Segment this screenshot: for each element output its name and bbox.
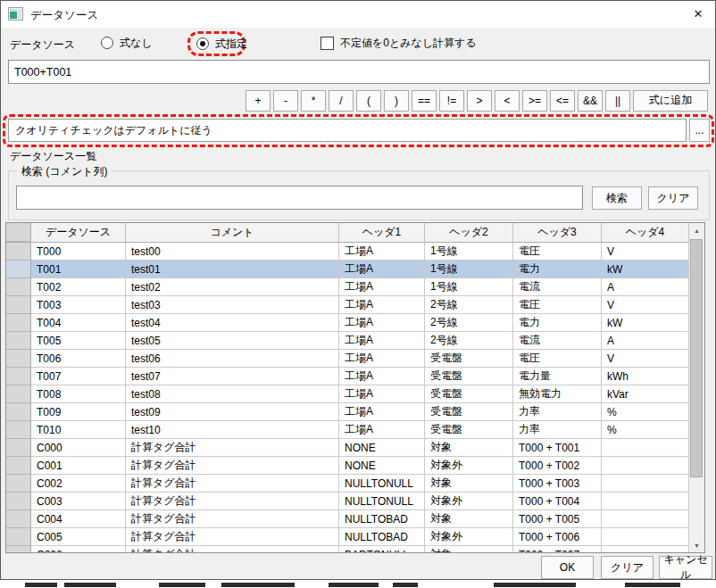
operator-button[interactable]: && — [578, 90, 603, 112]
search-button[interactable]: 検索 — [592, 186, 642, 210]
table-cell: C003 — [31, 493, 126, 510]
vertical-scrollbar[interactable]: ▲ ▼ — [689, 223, 704, 552]
operator-button[interactable]: / — [329, 90, 354, 112]
column-header[interactable]: データソース — [31, 223, 126, 242]
radio-no-formula-label: 式なし — [120, 36, 153, 51]
operator-button[interactable]: ) — [384, 90, 409, 112]
radio-formula-label: 式指定 — [215, 37, 247, 52]
column-header[interactable]: ヘッダ4 — [602, 223, 689, 242]
row-selector-cell[interactable] — [6, 403, 31, 421]
row-selector-cell[interactable] — [6, 296, 31, 314]
table-row[interactable]: T003test03工場A2号線電圧V — [6, 296, 689, 314]
table-row[interactable]: T002test02工場A1号線電流A — [6, 278, 689, 296]
table-row[interactable]: C003計算タグ合計NULLTONULL対象外T000 + T004 — [6, 493, 689, 510]
occluded-text-mark — [329, 583, 379, 587]
data-source-dialog: データソース ✕ データソース 式なし 式指定 不定値を0とみなし計算する +-… — [0, 0, 716, 580]
column-header[interactable]: ヘッダ3 — [513, 223, 602, 242]
table-cell: C001 — [31, 457, 126, 475]
row-selector-cell[interactable] — [6, 493, 31, 510]
table-row[interactable]: C005計算タグ合計NULLTOBAD対象外T000 + T006 — [6, 528, 689, 546]
table-row[interactable]: C000計算タグ合計NONE対象T000 + T001 — [6, 439, 689, 457]
table-cell: NULLTOBAD — [339, 510, 425, 528]
row-selector-cell[interactable] — [6, 243, 31, 261]
row-selector-cell[interactable] — [6, 528, 31, 546]
radio-no-formula[interactable]: 式なし — [101, 35, 153, 51]
operator-button[interactable]: >= — [522, 90, 547, 112]
table-row[interactable]: C001計算タグ合計NONE対象外T000 + T002 — [6, 457, 689, 475]
column-header[interactable]: ヘッダ1 — [339, 223, 425, 242]
table-row[interactable]: C002計算タグ合計NULLTONULL対象T000 + T003 — [6, 475, 689, 493]
row-selector-cell[interactable] — [6, 278, 31, 296]
table-cell: 電圧 — [513, 243, 602, 261]
row-selector-cell[interactable] — [6, 385, 31, 403]
operator-button[interactable]: == — [412, 90, 437, 112]
operator-button[interactable]: <= — [550, 90, 575, 112]
row-selector-cell[interactable] — [6, 421, 31, 439]
table-row[interactable]: T001test01工場A1号線電力kW — [6, 261, 689, 278]
table-row[interactable]: T004test04工場A2号線電力kW — [6, 314, 689, 332]
table-row[interactable]: T000test00工場A1号線電圧V — [6, 243, 689, 261]
scroll-down-icon[interactable]: ▼ — [689, 538, 704, 552]
table-cell: T005 — [31, 332, 126, 350]
table-row[interactable]: C006計算タグ合計BADTONULL対象T000 + T007 — [6, 546, 689, 552]
row-selector-cell[interactable] — [6, 439, 31, 457]
table-row[interactable]: T009test09工場A受電盤力率% — [6, 403, 689, 421]
table-cell: T001 — [31, 261, 126, 278]
table-row[interactable]: T006test06工場A受電盤電圧V — [6, 350, 689, 368]
operator-button[interactable]: > — [467, 90, 492, 112]
table-cell: test03 — [126, 296, 339, 314]
table-cell: T000 + T004 — [513, 493, 602, 510]
radio-formula[interactable]: 式指定 — [196, 36, 247, 52]
operator-button[interactable]: || — [605, 90, 630, 112]
table-cell: 計算タグ合計 — [126, 510, 339, 528]
row-selector-cell[interactable] — [6, 314, 31, 332]
row-selector-cell[interactable] — [6, 457, 31, 475]
table-cell: 1号線 — [425, 261, 513, 278]
table-cell: T008 — [31, 385, 126, 403]
operator-button[interactable]: + — [246, 90, 271, 112]
column-header[interactable]: コメント — [126, 223, 339, 242]
formula-input[interactable] — [8, 60, 710, 84]
table-cell: A — [602, 278, 689, 296]
row-selector-cell[interactable] — [6, 546, 31, 552]
table-cell: 工場A — [339, 421, 425, 439]
table-cell: 受電盤 — [425, 350, 513, 368]
table-row[interactable]: C004計算タグ合計NULLTOBAD対象T000 + T005 — [6, 510, 689, 528]
operator-button[interactable]: * — [301, 90, 326, 112]
row-selector-cell[interactable] — [6, 510, 31, 528]
search-clear-button[interactable]: クリア — [648, 186, 698, 210]
table-cell — [602, 510, 689, 528]
table-cell: 2号線 — [425, 314, 513, 332]
add-to-formula-button[interactable]: 式に追加 — [633, 90, 708, 112]
table-cell: kW — [602, 314, 689, 332]
table-row[interactable]: T008test08工場A受電盤無効電力kVar — [6, 385, 689, 403]
quality-browse-button[interactable]: ... — [689, 119, 710, 142]
scroll-up-icon[interactable]: ▲ — [689, 223, 704, 237]
close-icon[interactable]: ✕ — [689, 5, 707, 23]
table-row[interactable]: T007test07工場A受電盤電力量kWh — [6, 368, 689, 385]
table-cell: 対象外 — [425, 457, 513, 475]
undefined-as-zero-checkbox[interactable]: 不定値を0とみなし計算する — [321, 35, 477, 51]
table-row[interactable]: T005test05工場A2号線電流A — [6, 332, 689, 350]
table-row[interactable]: T010test10工場A受電盤力率% — [6, 421, 689, 439]
row-selector-cell[interactable] — [6, 332, 31, 350]
row-selector-cell[interactable] — [6, 350, 31, 368]
table-cell: 電流 — [513, 332, 602, 350]
search-input[interactable] — [16, 186, 583, 210]
row-selector-cell[interactable] — [6, 475, 31, 493]
operator-button[interactable]: < — [495, 90, 520, 112]
column-header[interactable]: ヘッダ2 — [425, 223, 513, 242]
row-selector-cell[interactable] — [6, 368, 31, 385]
occluded-text-mark — [64, 583, 116, 587]
operator-button[interactable]: - — [273, 90, 298, 112]
table-cell: test00 — [126, 243, 339, 261]
cancel-button[interactable]: キャンセル — [659, 556, 712, 579]
clear-button[interactable]: クリア — [601, 556, 654, 579]
row-selector-cell[interactable] — [6, 261, 31, 278]
ok-button[interactable]: OK — [541, 556, 594, 579]
scrollbar-thumb[interactable] — [690, 239, 703, 477]
table-cell: C005 — [31, 528, 126, 546]
quality-check-field[interactable]: クオリティチェックはデフォルトに従う — [8, 119, 687, 142]
operator-button[interactable]: != — [439, 90, 464, 112]
operator-button[interactable]: ( — [356, 90, 381, 112]
